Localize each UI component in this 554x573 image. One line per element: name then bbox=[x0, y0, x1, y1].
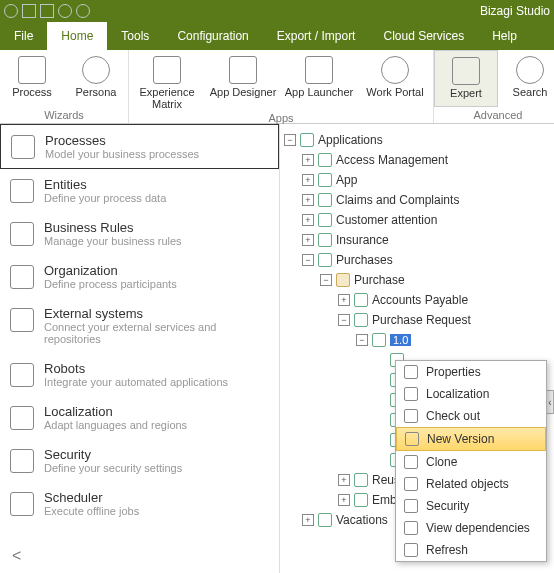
ribbon-app-designer[interactable]: App Designer bbox=[205, 50, 281, 110]
sidebar-item-desc: Adapt languages and regions bbox=[44, 419, 187, 431]
tree-label: Purchases bbox=[336, 253, 393, 267]
external-systems-icon bbox=[10, 308, 34, 332]
sidebar-item-desc: Connect your external services and repos… bbox=[44, 321, 269, 345]
tree-row[interactable]: +Insurance bbox=[280, 230, 554, 250]
node-icon bbox=[318, 173, 332, 187]
ribbon-work-portal[interactable]: Work Portal bbox=[357, 50, 433, 110]
sidebar-item-entities[interactable]: EntitiesDefine your process data bbox=[0, 169, 279, 212]
tree-row[interactable]: −1.0 bbox=[280, 330, 554, 350]
expand-icon[interactable]: + bbox=[302, 194, 314, 206]
sidebar-item-processes[interactable]: ProcessesModel your business processes bbox=[0, 124, 279, 169]
process-icon bbox=[18, 56, 46, 84]
tree-row[interactable]: +App bbox=[280, 170, 554, 190]
tree-row[interactable]: +Claims and Complaints bbox=[280, 190, 554, 210]
sidebar-item-title: Security bbox=[44, 447, 182, 462]
tree-row[interactable]: +Access Management bbox=[280, 150, 554, 170]
context-item-icon bbox=[405, 432, 419, 446]
applications-icon bbox=[300, 133, 314, 147]
node-icon bbox=[318, 213, 332, 227]
ribbon-experience-matrix[interactable]: Experience Matrix bbox=[129, 50, 205, 110]
ribbon-process[interactable]: Process bbox=[0, 50, 64, 107]
tree-root-label: Applications bbox=[318, 133, 383, 147]
context-localization[interactable]: Localization bbox=[396, 383, 546, 405]
menu-cloud-services[interactable]: Cloud Services bbox=[369, 22, 478, 50]
expand-icon[interactable]: + bbox=[338, 474, 350, 486]
ribbon-search[interactable]: Search bbox=[498, 50, 554, 107]
context-item-icon bbox=[404, 409, 418, 423]
menu-help[interactable]: Help bbox=[478, 22, 531, 50]
qat-icon-4[interactable] bbox=[76, 4, 90, 18]
tree-row[interactable]: −Purchase Request bbox=[280, 310, 554, 330]
context-check-out[interactable]: Check out bbox=[396, 405, 546, 427]
tree-label: Access Management bbox=[336, 153, 448, 167]
app-icon bbox=[4, 4, 18, 18]
context-view-dependencies[interactable]: View dependencies bbox=[396, 517, 546, 539]
ribbon: ProcessPersonaWizardsExperience MatrixAp… bbox=[0, 50, 554, 124]
expand-icon[interactable]: + bbox=[302, 234, 314, 246]
expand-icon[interactable]: + bbox=[302, 154, 314, 166]
menu-tools[interactable]: Tools bbox=[107, 22, 163, 50]
node-icon bbox=[372, 333, 386, 347]
qat-icon-2[interactable] bbox=[40, 4, 54, 18]
scheduler-icon bbox=[10, 492, 34, 516]
menu-file[interactable]: File bbox=[0, 22, 47, 50]
persona-icon bbox=[82, 56, 110, 84]
expand-icon[interactable]: − bbox=[338, 314, 350, 326]
expand-icon[interactable]: − bbox=[320, 274, 332, 286]
ribbon-persona[interactable]: Persona bbox=[64, 50, 128, 107]
ribbon-expert[interactable]: Expert bbox=[434, 50, 498, 107]
sidebar-item-localization[interactable]: LocalizationAdapt languages and regions bbox=[0, 396, 279, 439]
qat-icon-3[interactable] bbox=[58, 4, 72, 18]
business-rules-icon bbox=[10, 222, 34, 246]
node-icon bbox=[318, 193, 332, 207]
ribbon-app-launcher[interactable]: App Launcher bbox=[281, 50, 357, 110]
collapse-sidebar-button[interactable]: < bbox=[0, 539, 279, 573]
ribbon-label: Expert bbox=[450, 87, 482, 99]
context-properties[interactable]: Properties bbox=[396, 361, 546, 383]
expand-icon[interactable]: − bbox=[284, 134, 296, 146]
context-item-label: New Version bbox=[427, 432, 494, 446]
sidebar-item-security[interactable]: SecurityDefine your security settings bbox=[0, 439, 279, 482]
context-security[interactable]: Security bbox=[396, 495, 546, 517]
context-related-objects[interactable]: Related objects bbox=[396, 473, 546, 495]
menu-home[interactable]: Home bbox=[47, 22, 107, 50]
sidebar-item-external-systems[interactable]: External systemsConnect your external se… bbox=[0, 298, 279, 353]
tree-label: App bbox=[336, 173, 357, 187]
sidebar-item-business-rules[interactable]: Business RulesManage your business rules bbox=[0, 212, 279, 255]
right-edge-tab[interactable]: ‹ bbox=[546, 390, 554, 414]
expand-icon[interactable]: + bbox=[338, 494, 350, 506]
context-new-version[interactable]: New Version bbox=[396, 427, 546, 451]
ribbon-label: Search bbox=[513, 86, 548, 98]
expand-icon[interactable]: − bbox=[302, 254, 314, 266]
expand-icon[interactable]: + bbox=[302, 514, 314, 526]
localization-icon bbox=[10, 406, 34, 430]
sidebar-item-desc: Define process participants bbox=[44, 278, 177, 290]
tree-row[interactable]: +Accounts Payable bbox=[280, 290, 554, 310]
context-item-label: View dependencies bbox=[426, 521, 530, 535]
menu-configuration[interactable]: Configuration bbox=[163, 22, 262, 50]
sidebar-item-robots[interactable]: RobotsIntegrate your automated applicati… bbox=[0, 353, 279, 396]
titlebar: Bizagi Studio bbox=[0, 0, 554, 22]
menu-export-import[interactable]: Export / Import bbox=[263, 22, 370, 50]
expand-icon[interactable]: + bbox=[302, 174, 314, 186]
context-clone[interactable]: Clone bbox=[396, 451, 546, 473]
tree-root[interactable]: − Applications bbox=[280, 130, 554, 150]
expand-icon[interactable]: − bbox=[356, 334, 368, 346]
menubar: FileHomeToolsConfigurationExport / Impor… bbox=[0, 22, 554, 50]
expand-icon[interactable]: + bbox=[302, 214, 314, 226]
context-item-label: Localization bbox=[426, 387, 489, 401]
qat-icon-1[interactable] bbox=[22, 4, 36, 18]
sidebar-item-desc: Model your business processes bbox=[45, 148, 199, 160]
app-launcher-icon bbox=[305, 56, 333, 84]
tree-row[interactable]: −Purchases bbox=[280, 250, 554, 270]
sidebar-item-organization[interactable]: OrganizationDefine process participants bbox=[0, 255, 279, 298]
context-refresh[interactable]: Refresh bbox=[396, 539, 546, 561]
organization-icon bbox=[10, 265, 34, 289]
search-icon bbox=[516, 56, 544, 84]
expand-icon[interactable]: + bbox=[338, 294, 350, 306]
context-item-label: Properties bbox=[426, 365, 481, 379]
context-item-icon bbox=[404, 521, 418, 535]
tree-row[interactable]: +Customer attention bbox=[280, 210, 554, 230]
tree-row[interactable]: −Purchase bbox=[280, 270, 554, 290]
sidebar-item-scheduler[interactable]: SchedulerExecute offline jobs bbox=[0, 482, 279, 525]
